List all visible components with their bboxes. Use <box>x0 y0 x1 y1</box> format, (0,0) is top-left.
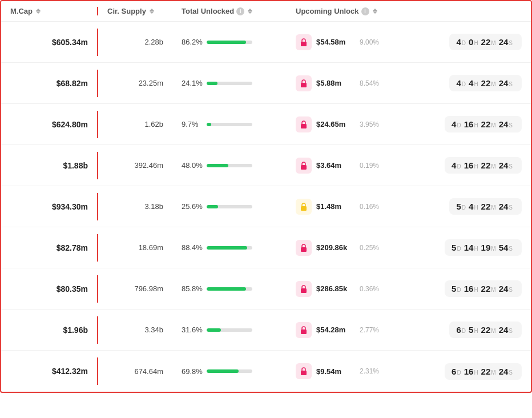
svg-rect-5 <box>301 247 307 252</box>
cell-cirsupply: 392.46m <box>98 152 172 179</box>
cd-minutes-unit: M <box>491 246 495 252</box>
cd-minutes: 22 <box>481 160 491 170</box>
cd-seconds-unit: S <box>509 40 513 46</box>
cd-days: 4 <box>456 78 461 88</box>
unlock-pct-text: 31.6% <box>182 325 203 334</box>
cell-totalunlocked: 48.0% <box>172 152 287 179</box>
header-cirsupply[interactable]: Cir. Supply <box>98 7 172 15</box>
countdown-timer: 6D 16H 22M 24S <box>445 363 522 380</box>
unlock-amount: $3.64m <box>316 161 355 170</box>
svg-rect-8 <box>301 371 307 375</box>
unlock-amount-pct: 2.31% <box>360 367 384 375</box>
cell-upcoming: $286.85k 0.36% 5D 16H 22M 24S <box>287 271 531 306</box>
unlock-icon <box>296 240 312 256</box>
table-row: $68.82m 23.25m 24.1% $5.88m 8.54% 4D 4H <box>1 63 531 104</box>
countdown-timer: 4D 0H 22M 24S <box>449 34 522 50</box>
cd-hours: 16 <box>464 119 474 129</box>
cirsupply-value: 2.28b <box>144 38 163 46</box>
cd-seconds: 24 <box>499 119 509 129</box>
header-upcoming[interactable]: Upcoming Unlock i <box>287 7 531 15</box>
svg-rect-3 <box>301 165 307 170</box>
unlock-icon <box>296 75 312 91</box>
mcap-value: $624.80m <box>52 120 88 129</box>
unlock-icon <box>296 158 312 174</box>
header-mcap-label: M.Cap <box>10 7 33 15</box>
cd-days-unit: D <box>457 369 461 376</box>
cell-mcap: $80.35m <box>1 275 98 303</box>
cirsupply-value: 392.46m <box>134 161 163 170</box>
unlock-pct-text: 88.4% <box>182 243 203 252</box>
cd-seconds: 54 <box>499 243 509 252</box>
cell-cirsupply: 23.25m <box>98 70 172 97</box>
header-totalunlocked[interactable]: Total Unlocked i <box>172 7 287 15</box>
header-mcap[interactable]: M.Cap <box>1 7 98 15</box>
cd-days: 4 <box>456 37 461 47</box>
cd-seconds-unit: S <box>509 246 513 252</box>
cell-upcoming: $24.65m 3.95% 4D 16H 22M 24S <box>287 107 531 142</box>
cd-hours: 5 <box>469 325 473 335</box>
cd-hours: 4 <box>469 202 473 211</box>
sort-icon-upcoming[interactable] <box>373 9 377 14</box>
unlock-amount: $286.85k <box>316 284 355 293</box>
countdown-timer: 5D 14H 19M 54S <box>445 239 522 256</box>
svg-rect-6 <box>301 288 307 293</box>
unlock-amount-pct: 0.16% <box>360 203 384 211</box>
table-header: M.Cap Cir. Supply Total Unlocked i Upcom… <box>1 1 531 22</box>
cd-days-unit: D <box>462 204 466 211</box>
mcap-value: $412.32m <box>52 367 88 376</box>
progress-bar-bg <box>207 205 252 208</box>
cell-totalunlocked: 31.6% <box>172 316 287 343</box>
cd-minutes: 22 <box>481 367 491 376</box>
countdown-timer: 4D 16H 22M 24S <box>445 157 522 174</box>
cirsupply-value: 674.64m <box>134 367 163 376</box>
cd-minutes: 22 <box>481 78 491 88</box>
cd-minutes-unit: M <box>491 369 495 376</box>
progress-bar-bg <box>207 246 252 250</box>
cell-upcoming: $1.48m 0.16% 5D 4H 22M 24S <box>287 189 531 224</box>
cell-totalunlocked: 25.6% <box>172 193 287 220</box>
cd-days: 6 <box>452 367 456 376</box>
unlock-amount: $209.86k <box>316 243 355 252</box>
cd-minutes: 22 <box>481 37 491 47</box>
cd-days: 4 <box>452 160 456 170</box>
cell-cirsupply: 3.34b <box>98 316 172 343</box>
cd-seconds: 24 <box>499 37 509 47</box>
info-icon-upcoming[interactable]: i <box>361 7 369 15</box>
cell-cirsupply: 2.28b <box>98 29 172 55</box>
progress-bar-bg <box>207 82 252 85</box>
cell-cirsupply: 3.18b <box>98 193 172 220</box>
progress-bar-fill <box>207 246 247 250</box>
cell-cirsupply: 1.62b <box>98 111 172 138</box>
cd-hours: 4 <box>469 78 473 88</box>
cd-seconds: 24 <box>499 78 509 88</box>
info-icon-totalunlocked[interactable]: i <box>236 7 244 15</box>
cd-seconds: 24 <box>499 284 509 294</box>
cd-minutes-unit: M <box>491 122 495 128</box>
sort-icon-mcap[interactable] <box>36 9 41 14</box>
cell-cirsupply: 796.98m <box>98 275 172 302</box>
cd-seconds: 24 <box>499 325 509 335</box>
cd-minutes: 22 <box>481 325 491 335</box>
unlock-row: 88.4% <box>182 243 252 252</box>
table-row: $82.78m 18.69m 88.4% $209.86k 0.25% 5D 1… <box>1 227 531 268</box>
progress-bar-bg <box>207 369 252 373</box>
cd-days-unit: D <box>457 163 461 170</box>
cirsupply-value: 18.69m <box>139 243 163 252</box>
cd-seconds-unit: S <box>509 369 513 376</box>
cd-minutes: 22 <box>481 119 491 129</box>
progress-bar-fill <box>207 287 246 291</box>
cd-days-unit: D <box>457 287 461 293</box>
cd-seconds-unit: S <box>509 204 513 211</box>
unlock-amount-pct: 0.36% <box>360 285 384 293</box>
cd-seconds: 24 <box>499 160 509 170</box>
cd-days-unit: D <box>457 122 461 128</box>
cd-days: 6 <box>456 325 461 335</box>
cell-mcap: $934.30m <box>1 193 98 220</box>
sort-icon-totalunlocked[interactable] <box>248 9 252 14</box>
progress-bar-fill <box>207 41 246 44</box>
sort-icon-cirsupply[interactable] <box>150 9 154 14</box>
unlock-pct-text: 69.8% <box>182 367 203 376</box>
cell-mcap: $412.32m <box>1 357 98 385</box>
cd-minutes-unit: M <box>491 204 495 211</box>
header-upcoming-label: Upcoming Unlock <box>296 7 359 15</box>
